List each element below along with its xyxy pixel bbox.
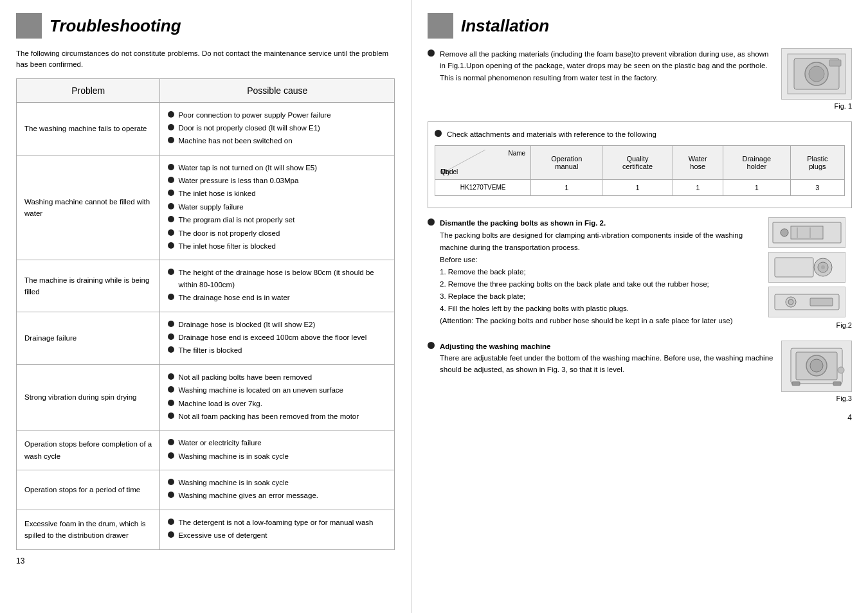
cause-text: Door is not properly closed (It will sho… (178, 122, 320, 134)
bullet-1 (428, 49, 435, 57)
cause-text: Drainage hose is blocked (It will show E… (178, 319, 315, 330)
cause-bullet (168, 124, 174, 130)
cause-text: Machine load is over 7kg. (178, 398, 262, 409)
plastic-cell: 3 (790, 179, 844, 195)
cause-item: Not all packing bolts have been removed (168, 371, 386, 383)
adjust-text: There are adjustable feet under the bott… (440, 354, 773, 373)
cause-item: Poor connection to power supply Power fa… (168, 109, 386, 121)
problem-cell: Operation stops for a period of time (17, 470, 160, 510)
cause-text: The inlet hose filter is blocked (178, 240, 276, 252)
table-row: Excessive foam in the drum, which is spi… (17, 510, 395, 549)
drain-cell: 1 (723, 179, 790, 195)
cause-cell: The detergent is not a low-foaming type … (160, 510, 395, 549)
cause-bullet (168, 164, 174, 170)
troubleshooting-table: Problem Possible cause The washing machi… (16, 78, 395, 550)
cause-cell: Drainage hose is blocked (It will show E… (160, 312, 395, 364)
header-box-left (16, 13, 42, 39)
cause-bullet (168, 190, 174, 196)
cause-cell: The height of the drainage hose is below… (160, 260, 395, 312)
problem-cell: Drainage failure (17, 312, 160, 364)
table-row: Drainage failureDrainage hose is blocked… (17, 312, 395, 364)
cause-bullet (168, 294, 174, 300)
fig2-img-1 (768, 217, 845, 248)
cause-bullet (168, 346, 174, 353)
install-section-2: Check attachments and materials with ref… (428, 121, 852, 208)
cause-item: The detergent is not a low-foaming type … (168, 517, 386, 528)
cause-bullet (168, 321, 174, 327)
svg-point-17 (788, 299, 793, 305)
cause-text: The filter is blocked (178, 344, 242, 356)
fig1-label: Fig. 1 (834, 101, 852, 112)
cause-cell: Water or electricity failureWashing mach… (160, 431, 395, 470)
cause-text: Washing machine is in soak cycle (178, 477, 289, 488)
svg-point-22 (810, 359, 823, 372)
svg-rect-11 (775, 258, 813, 277)
cause-text: Not all packing bolts have been removed (178, 371, 312, 383)
cause-item: Machine has not been switched on (168, 135, 386, 147)
cause-item: Door is not properly closed (It will sho… (168, 122, 386, 134)
table-row: The machine is draining while is being f… (17, 260, 395, 312)
install-text-1: Remove all the packing materials (includ… (440, 50, 768, 82)
intro-text: The following circumstances do not const… (16, 48, 395, 71)
op-cell: 1 (531, 179, 602, 195)
col-plastic: Plasticplugs (790, 145, 844, 179)
col-header-problem: Problem (17, 78, 160, 102)
fig2-img-2 (768, 252, 845, 283)
cause-item: Water or electricity failure (168, 437, 386, 449)
problem-cell: Strong vibration during spin drying (17, 364, 160, 431)
col-header-cause: Possible cause (160, 78, 395, 102)
cause-item: Machine load is over 7kg. (168, 398, 386, 409)
cause-bullet (168, 216, 174, 222)
table-row: Washing machine cannot be filled with wa… (17, 155, 395, 260)
cause-text: The door is not properly closed (178, 227, 280, 239)
cause-item: The door is not properly closed (168, 227, 386, 239)
cause-text: Water supply failure (178, 201, 243, 213)
col-water: Waterhose (673, 145, 723, 179)
cause-bullet (168, 137, 174, 143)
table-row: The washing machine fails to operatePoor… (17, 102, 395, 155)
dismantle-text: The packing bolts are designed for clamp… (440, 231, 743, 324)
cause-item: Excessive use of detergent (168, 529, 386, 541)
cause-item: Water supply failure (168, 201, 386, 213)
cause-bullet (168, 333, 174, 340)
page-number-right: 4 (847, 413, 852, 422)
adjust-heading: Adjusting the washing machine (440, 342, 551, 350)
col-qty-name: Name Qty Model (435, 145, 531, 179)
cause-item: The drainage hose end is in water (168, 292, 386, 303)
svg-point-14 (821, 265, 825, 269)
table-row: Strong vibration during spin dryingNot a… (17, 364, 395, 431)
cause-text: Water tap is not turned on (It will show… (178, 162, 317, 173)
problem-cell: Operation stops before completion of a w… (17, 431, 160, 470)
cause-text: Drainage hose end is exceed 100cm above … (178, 332, 366, 343)
cause-item: Washing machine is located on an uneven … (168, 384, 386, 396)
fig3-image (781, 341, 852, 392)
cause-item: Washing machine is in soak cycle (168, 450, 386, 462)
cause-item: The height of the drainage hose is below… (168, 267, 386, 290)
cause-bullet (168, 492, 174, 498)
water-cell: 1 (673, 179, 723, 195)
problem-cell: Washing machine cannot be filled with wa… (17, 155, 160, 260)
page-title-right: Installation (461, 16, 549, 36)
cause-text: Water or electricity failure (178, 437, 261, 449)
parts-table: Name Qty Model Operationmanual Qualityce… (435, 145, 845, 196)
fig3-label: Fig.3 (836, 393, 852, 405)
installation-header: Installation (428, 13, 852, 39)
bullet-2 (435, 130, 442, 137)
install-section-3: Dismantle the packing bolts as shown in … (428, 217, 852, 332)
cause-text: Poor connection to power supply Power fa… (178, 109, 330, 121)
problem-cell: Excessive foam in the drum, which is spi… (17, 510, 160, 549)
cause-text: The height of the drainage hose is below… (178, 267, 386, 290)
header-box-right (428, 13, 453, 39)
cause-item: The filter is blocked (168, 344, 386, 356)
col-quality: Qualitycertificate (602, 145, 673, 179)
model-cell: HK1270TVEME (435, 179, 531, 195)
troubleshooting-header: Troubleshooting (16, 13, 395, 39)
cause-item: Water tap is not turned on (It will show… (168, 162, 386, 173)
cause-text: Machine has not been switched on (178, 135, 292, 147)
bullet-4 (428, 342, 435, 349)
svg-rect-7 (791, 226, 823, 239)
fig2-img-3 (768, 287, 845, 317)
svg-point-3 (809, 66, 824, 82)
fig1-image (781, 48, 852, 100)
bullet-3 (428, 218, 435, 226)
